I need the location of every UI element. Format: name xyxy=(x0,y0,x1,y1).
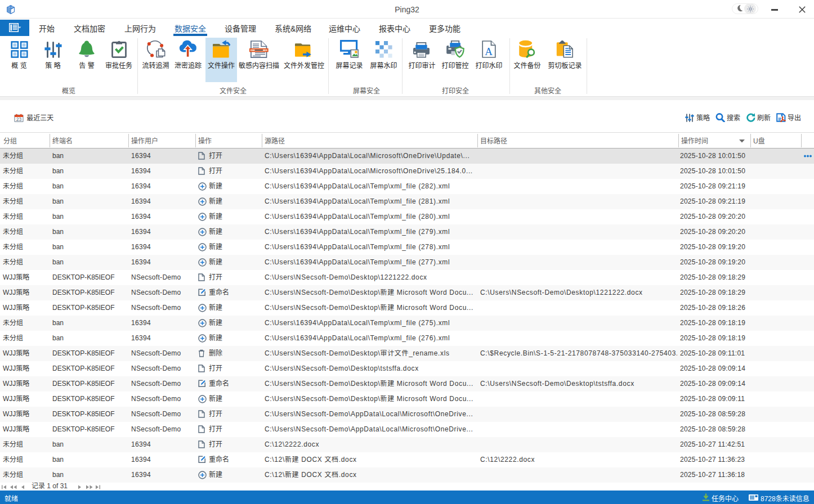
svg-text:23: 23 xyxy=(16,116,22,122)
svg-text:A: A xyxy=(485,46,493,57)
